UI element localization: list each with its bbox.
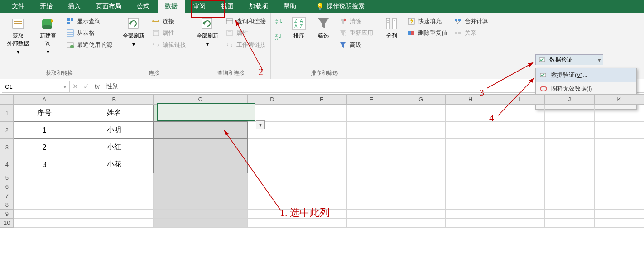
tab-formulas[interactable]: 公式 — [130, 0, 157, 13]
cell-E5[interactable] — [297, 173, 346, 182]
cell-A2[interactable]: 1 — [14, 122, 75, 139]
cell-E4[interactable] — [297, 156, 346, 173]
cell-J5[interactable] — [545, 173, 594, 182]
cell-I8[interactable] — [495, 200, 544, 210]
cell-K2[interactable] — [594, 122, 644, 139]
cell-H7[interactable] — [446, 191, 495, 200]
cell-K7[interactable] — [594, 191, 644, 200]
from-table-button[interactable]: 从表格 — [64, 28, 114, 38]
row-header-5[interactable]: 5 — [0, 173, 14, 182]
cell-G4[interactable] — [396, 156, 446, 173]
row-header-9[interactable]: 9 — [0, 210, 14, 219]
cell-K1[interactable] — [594, 105, 644, 122]
row-header-10[interactable]: 10 — [0, 219, 14, 228]
cell-F3[interactable] — [346, 139, 396, 156]
cell-H5[interactable] — [446, 173, 495, 182]
cell-J6[interactable] — [545, 182, 594, 191]
cell-E2[interactable] — [297, 122, 346, 139]
cell-I7[interactable] — [495, 191, 544, 200]
cell-K10[interactable] — [594, 219, 644, 228]
cell-E10[interactable] — [297, 219, 346, 228]
data-validation-split-button[interactable]: 数据验证 ▾ — [535, 54, 603, 65]
cell-G5[interactable] — [396, 173, 446, 182]
cell-I2[interactable] — [495, 122, 544, 139]
cell-K9[interactable] — [594, 210, 644, 219]
filter-button[interactable]: 筛选 — [312, 14, 334, 40]
cell-E8[interactable] — [297, 200, 346, 210]
cell-F9[interactable] — [346, 210, 396, 219]
consolidate-button[interactable]: 合并计算 — [452, 16, 490, 26]
cell-I9[interactable] — [495, 210, 544, 219]
cell-J2[interactable] — [545, 122, 594, 139]
cell-J1[interactable] — [545, 105, 594, 122]
show-queries-button[interactable]: 显示查询 — [64, 16, 114, 26]
cell-I10[interactable] — [495, 219, 544, 228]
cell-E7[interactable] — [297, 191, 346, 200]
refresh-all-button[interactable]: 全部刷新 ▾ — [120, 14, 147, 48]
refresh-all-button-2[interactable]: 全部刷新 ▾ — [194, 14, 221, 48]
tab-home[interactable]: 开始 — [33, 0, 60, 13]
tab-review[interactable]: 审阅 — [186, 0, 213, 13]
cell-H9[interactable] — [446, 210, 495, 219]
select-all-cell[interactable] — [0, 95, 14, 105]
cell-G6[interactable] — [396, 182, 446, 191]
cell-F5[interactable] — [346, 173, 396, 182]
insert-function-button[interactable]: fx — [91, 83, 102, 90]
cell-B8[interactable] — [75, 200, 153, 210]
text-to-columns-button[interactable]: 分列 — [381, 14, 403, 40]
cell-A8[interactable] — [14, 200, 75, 210]
sort-desc-button[interactable]: ZA — [274, 32, 285, 42]
cell-B2[interactable]: 小明 — [75, 122, 153, 139]
cell-K3[interactable] — [594, 139, 644, 156]
cell-F6[interactable] — [346, 182, 396, 191]
column-header-I[interactable]: I — [495, 95, 544, 105]
cell-H8[interactable] — [446, 200, 495, 210]
cell-K8[interactable] — [594, 200, 644, 210]
tab-view[interactable]: 视图 — [214, 0, 241, 13]
column-header-F[interactable]: F — [346, 95, 396, 105]
cell-J10[interactable] — [545, 219, 594, 228]
new-query-button[interactable]: 新建查 询 ▾ — [34, 14, 62, 55]
remove-duplicates-button[interactable]: 删除重复值 — [405, 28, 449, 38]
cell-J7[interactable] — [545, 191, 594, 200]
column-header-A[interactable]: A — [14, 95, 75, 105]
cell-A9[interactable] — [14, 210, 75, 219]
cell-H1[interactable] — [446, 105, 495, 122]
cell-dropdown-button[interactable]: ▼ — [256, 120, 265, 129]
cell-B5[interactable] — [75, 173, 153, 182]
cell-J4[interactable] — [545, 156, 594, 173]
row-header-6[interactable]: 6 — [0, 182, 14, 191]
cell-G7[interactable] — [396, 191, 446, 200]
cell-J9[interactable] — [545, 210, 594, 219]
tab-addins[interactable]: 加载项 — [242, 0, 275, 13]
cell-G10[interactable] — [396, 219, 446, 228]
cell-F1[interactable] — [346, 105, 396, 122]
cell-G9[interactable] — [396, 210, 446, 219]
column-header-G[interactable]: G — [396, 95, 446, 105]
column-header-J[interactable]: J — [545, 95, 594, 105]
cell-B4[interactable]: 小花 — [75, 156, 153, 173]
cell-E1[interactable] — [297, 105, 346, 122]
row-header-4[interactable]: 4 — [0, 156, 14, 173]
column-header-H[interactable]: H — [446, 95, 495, 105]
cell-H6[interactable] — [446, 182, 495, 191]
cell-I6[interactable] — [495, 182, 544, 191]
cell-E6[interactable] — [297, 182, 346, 191]
cell-F7[interactable] — [346, 191, 396, 200]
cell-H3[interactable] — [446, 139, 495, 156]
recent-sources-button[interactable]: 最近使用的源 — [64, 40, 114, 50]
cell-G3[interactable] — [396, 139, 446, 156]
cell-A4[interactable]: 3 — [14, 156, 75, 173]
column-header-E[interactable]: E — [297, 95, 346, 105]
get-external-data-button[interactable]: 获取 外部数据 ▾ — [5, 14, 32, 55]
cell-G2[interactable] — [396, 122, 446, 139]
cell-H4[interactable] — [446, 156, 495, 173]
cell-B9[interactable] — [75, 210, 153, 219]
cell-B3[interactable]: 小红 — [75, 139, 153, 156]
cell-A1[interactable]: 序号 — [14, 105, 75, 122]
flash-fill-button[interactable]: 快速填充 — [405, 16, 449, 26]
column-header-D[interactable]: D — [247, 95, 297, 105]
row-header-7[interactable]: 7 — [0, 191, 14, 200]
row-header-3[interactable]: 3 — [0, 139, 14, 156]
cell-B7[interactable] — [75, 191, 153, 200]
